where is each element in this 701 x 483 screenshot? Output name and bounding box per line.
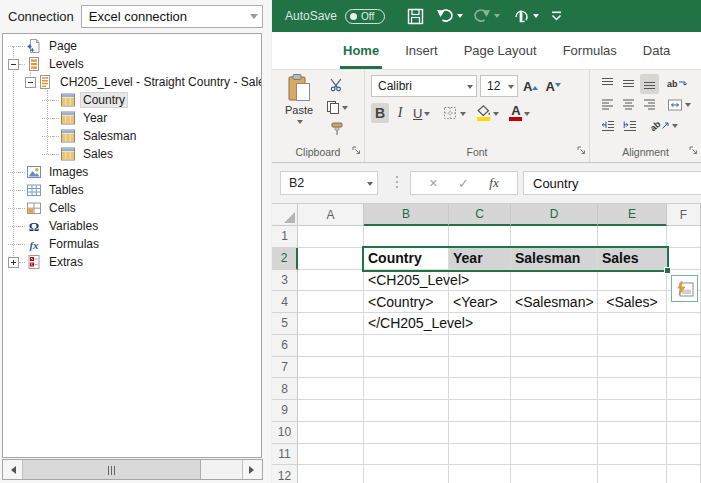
cell-a10[interactable] <box>298 422 364 444</box>
tab-formulas[interactable]: Formulas <box>560 32 620 69</box>
cell-e2[interactable]: Sales <box>598 248 667 270</box>
borders-button[interactable] <box>440 103 468 123</box>
tree-item-variables[interactable]: ΩVariables <box>3 217 261 235</box>
cell-a5[interactable] <box>298 313 364 335</box>
cell-a7[interactable] <box>298 357 364 379</box>
cell-b10[interactable] <box>364 422 449 444</box>
font-size-select[interactable]: 12 <box>480 75 518 97</box>
borders-dropdown-icon[interactable] <box>460 112 466 119</box>
column-header-e[interactable]: E <box>598 204 667 226</box>
cell-b8[interactable] <box>364 378 449 400</box>
tree-item-page[interactable]: Page <box>3 37 261 55</box>
tree-horizontal-scrollbar[interactable] <box>2 459 263 480</box>
autosave-toggle[interactable]: Off <box>345 9 385 24</box>
row-header-6[interactable]: 6 <box>272 335 298 357</box>
minus-expander-icon[interactable] <box>25 77 36 88</box>
cell-e10[interactable] <box>598 422 667 444</box>
format-painter-button[interactable] <box>324 119 350 139</box>
align-left-button[interactable] <box>598 95 617 115</box>
cell-c2[interactable]: Year <box>449 248 511 270</box>
cell-b4[interactable]: <Country> <box>364 291 449 313</box>
name-box-dropdown-icon[interactable] <box>367 182 373 189</box>
cell-f2[interactable] <box>667 248 701 270</box>
font-name-select[interactable]: Calibri <box>371 75 477 97</box>
cell-c6[interactable] <box>449 335 511 357</box>
touch-mouse-mode-button[interactable] <box>512 7 539 25</box>
fill-color-button[interactable] <box>474 103 501 123</box>
redo-dropdown-icon[interactable] <box>494 14 500 21</box>
row-header-5[interactable]: 5 <box>272 313 298 335</box>
cell-b6[interactable] <box>364 335 449 357</box>
italic-button[interactable]: I <box>391 103 409 123</box>
cell-d12[interactable] <box>511 465 598 483</box>
cell-b1[interactable] <box>364 226 449 248</box>
paste-dropdown-icon[interactable] <box>297 120 303 127</box>
cell-e8[interactable] <box>598 378 667 400</box>
row-header-8[interactable]: 8 <box>272 378 298 400</box>
tree-item-cells[interactable]: Cells <box>3 199 261 217</box>
cell-e3[interactable] <box>598 270 667 292</box>
cell-f9[interactable] <box>667 400 701 422</box>
paste-button[interactable]: Paste <box>278 73 320 145</box>
cell-a8[interactable] <box>298 378 364 400</box>
align-center-button[interactable] <box>619 95 638 115</box>
cell-d5[interactable] <box>511 313 598 335</box>
undo-dropdown-icon[interactable] <box>457 14 463 21</box>
cell-a2[interactable] <box>298 248 364 270</box>
tree-item-sales[interactable]: Sales <box>3 145 261 163</box>
clipboard-dialog-launcher[interactable] <box>352 144 361 159</box>
quick-analysis-button[interactable] <box>671 275 698 302</box>
cell-e9[interactable] <box>598 400 667 422</box>
tree-item-ch205-level-straight-country-sale[interactable]: CH205_Level - Straight Country - Sale <box>3 73 261 91</box>
fill-color-dropdown-icon[interactable] <box>493 112 499 119</box>
merge-center-button[interactable] <box>665 95 693 115</box>
underline-dropdown-icon[interactable] <box>424 112 430 119</box>
tree-item-country[interactable]: Country <box>3 91 261 109</box>
underline-button[interactable]: U <box>411 103 432 123</box>
column-header-f[interactable]: F <box>667 204 701 226</box>
cell-d4[interactable]: <Salesman> <box>511 291 598 313</box>
merge-dropdown-icon[interactable] <box>685 103 691 110</box>
cell-d6[interactable] <box>511 335 598 357</box>
enter-button[interactable]: ✓ <box>458 176 469 191</box>
cell-f8[interactable] <box>667 378 701 400</box>
bottom-align-button[interactable] <box>640 74 659 94</box>
cell-c8[interactable] <box>449 378 511 400</box>
cancel-button[interactable]: × <box>429 175 437 191</box>
cell-f10[interactable] <box>667 422 701 444</box>
save-button[interactable] <box>407 8 424 25</box>
cell-e5[interactable] <box>598 313 667 335</box>
cell-d8[interactable] <box>511 378 598 400</box>
cell-c12[interactable] <box>449 465 511 483</box>
tree-item-year[interactable]: Year <box>3 109 261 127</box>
column-header-a[interactable]: A <box>298 204 364 226</box>
row-header-2[interactable]: 2 <box>272 248 298 270</box>
cell-c7[interactable] <box>449 357 511 379</box>
font-color-dropdown-icon[interactable] <box>524 112 530 119</box>
cell-f7[interactable] <box>667 357 701 379</box>
cell-d3[interactable] <box>511 270 598 292</box>
scroll-left-button[interactable] <box>3 460 23 479</box>
cell-c1[interactable] <box>449 226 511 248</box>
tab-home[interactable]: Home <box>340 32 382 69</box>
cell-a6[interactable] <box>298 335 364 357</box>
cell-d9[interactable] <box>511 400 598 422</box>
orientation-dropdown-icon[interactable] <box>672 124 678 131</box>
cell-d11[interactable] <box>511 444 598 466</box>
decrease-font-size-button[interactable]: A <box>543 76 562 96</box>
plus-expander-icon[interactable] <box>8 257 19 268</box>
tab-insert[interactable]: Insert <box>402 32 441 69</box>
cell-f5[interactable] <box>667 313 701 335</box>
copy-dropdown-icon[interactable] <box>342 106 348 113</box>
increase-font-size-button[interactable]: A <box>521 76 540 96</box>
cell-e12[interactable] <box>598 465 667 483</box>
cell-b12[interactable] <box>364 465 449 483</box>
bold-button[interactable]: B <box>371 103 389 123</box>
orientation-button[interactable]: ab <box>648 116 680 136</box>
align-right-button[interactable] <box>640 95 659 115</box>
cell-e6[interactable] <box>598 335 667 357</box>
cell-e4[interactable]: <Sales> <box>598 291 667 313</box>
tree-item-salesman[interactable]: Salesman <box>3 127 261 145</box>
cell-b9[interactable] <box>364 400 449 422</box>
row-header-9[interactable]: 9 <box>272 400 298 422</box>
